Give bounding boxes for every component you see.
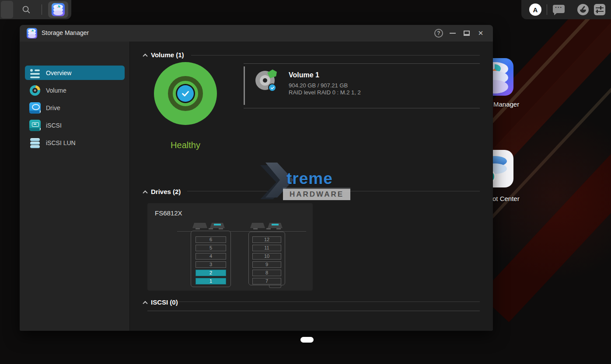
xtreme-hardware-watermark: treme HARDWARE	[260, 163, 353, 201]
drive-icon	[29, 102, 41, 114]
volume-capacity: 904.20 GB / 907.21 GB	[289, 82, 348, 89]
maximize-button[interactable]	[461, 28, 472, 39]
sidebar-item-overview[interactable]: Overview	[25, 66, 125, 80]
desktop: Manager ot Center A	[0, 0, 611, 364]
watermark-subtext: HARDWARE	[283, 189, 350, 200]
taskbar-handle[interactable]	[1, 1, 13, 18]
volume-donut-icon	[29, 85, 41, 96]
collapse-chevron-icon	[143, 191, 147, 195]
drive-slot-3[interactable]: 3	[196, 261, 226, 268]
drive-slot-11[interactable]: 11	[252, 245, 281, 251]
drive-slot-4[interactable]: 4	[196, 253, 226, 260]
sidebar: Overview Volume Drive iSCSI iSCSI LUN	[20, 42, 130, 331]
taskbar-right-group: A	[521, 0, 611, 19]
close-button[interactable]: ✕	[475, 28, 486, 39]
volume-disk-icon	[255, 71, 275, 90]
section-title: Volume (1)	[151, 51, 184, 59]
minimize-button[interactable]	[447, 28, 458, 39]
storage-manager-app-icon	[27, 28, 37, 38]
chassis-top-icon	[250, 223, 283, 231]
section-divider	[178, 302, 480, 302]
drive-slot-2[interactable]: 2	[196, 270, 226, 276]
sidebar-item-label: Overview	[46, 69, 71, 76]
volume-name[interactable]: Volume 1	[289, 71, 319, 79]
collapse-chevron-icon	[143, 301, 147, 306]
sidebar-item-iscsi[interactable]: iSCSI	[25, 118, 125, 132]
drive-slot-10[interactable]: 10	[252, 253, 281, 260]
iscsi-icon	[29, 120, 41, 131]
desktop-icon-label[interactable]: ot Center	[492, 195, 520, 202]
sidebar-item-volume[interactable]: Volume	[25, 83, 125, 97]
sidebar-item-label: iSCSI LUN	[46, 139, 76, 146]
section-header-iscsi[interactable]: ISCSI (0)	[143, 298, 178, 306]
section-header-drives[interactable]: Drives (2)	[143, 188, 181, 195]
window-titlebar[interactable]: Storage Manager ? ✕	[20, 25, 493, 42]
volume-card-top-border	[244, 63, 480, 64]
taskbar-app-storage-manager[interactable]	[48, 1, 68, 18]
section-header-volume[interactable]: Volume (1)	[143, 51, 184, 59]
drive-tower-1: 6 5 4 3 2 1	[191, 231, 231, 287]
drive-slot-8[interactable]: 8	[252, 270, 281, 276]
search-icon	[21, 5, 31, 14]
sidebar-item-drive[interactable]: Drive	[25, 101, 125, 115]
iscsi-lun-icon	[29, 137, 41, 149]
help-icon: ?	[434, 29, 443, 38]
taskbar-divider	[547, 4, 547, 15]
drive-slot-12[interactable]: 12	[252, 236, 281, 243]
drives-enclosure-card: FS6812X 6 5 4 3 2 1 12	[147, 203, 313, 291]
taskbar-pill-indicator[interactable]	[300, 337, 314, 343]
collapse-chevron-icon	[143, 54, 147, 59]
section-divider	[191, 55, 480, 55]
section-title: Drives (2)	[151, 188, 181, 195]
preferences-icon[interactable]	[594, 4, 605, 15]
user-avatar[interactable]: A	[529, 3, 541, 16]
device-model: FS6812X	[155, 209, 182, 217]
lcd-indicator	[272, 224, 279, 225]
drive-slot-1[interactable]: 1	[196, 278, 226, 284]
healthy-check-icon	[177, 85, 194, 102]
taskbar-left-group	[0, 0, 71, 19]
sidebar-item-label: Drive	[46, 104, 60, 111]
health-status-text: Healthy	[154, 140, 217, 150]
overview-icon	[29, 67, 41, 79]
drive-slot-5[interactable]: 5	[196, 245, 226, 251]
drive-slot-9[interactable]: 9	[252, 261, 281, 268]
drive-slot-6[interactable]: 6	[196, 236, 226, 243]
sidebar-item-iscsi-lun[interactable]: iSCSI LUN	[25, 135, 125, 150]
sidebar-item-label: iSCSI	[46, 122, 62, 129]
lcd-indicator	[214, 224, 221, 225]
taskbar-divider	[42, 4, 42, 15]
storage-manager-window: Storage Manager ? ✕ Overview Volume	[20, 25, 493, 331]
volume-health-donut	[154, 62, 217, 125]
volume-card-accent-bar	[244, 66, 245, 105]
desktop-icon-label[interactable]: Manager	[493, 101, 519, 108]
section-divider	[147, 311, 480, 311]
watermark-text: treme	[286, 170, 333, 188]
drive-tower-2: 12 11 10 9 8 7	[248, 232, 285, 285]
drive-slot-7[interactable]: 7	[252, 278, 281, 284]
sidebar-item-label: Volume	[46, 87, 66, 94]
volume-raid-level: RAID level RAID 0 : M.2 1, 2	[289, 89, 361, 96]
watermark-divider	[283, 188, 350, 188]
notifications-chat-icon[interactable]	[553, 5, 565, 13]
activity-monitor-icon[interactable]	[577, 4, 589, 15]
chassis-top-icon	[192, 223, 225, 231]
minimize-icon	[450, 33, 456, 34]
maximize-icon	[464, 31, 470, 36]
check-badge-icon	[268, 83, 276, 92]
search-button[interactable]	[17, 3, 35, 17]
section-title: ISCSI (0)	[151, 298, 178, 306]
window-title: Storage Manager	[42, 29, 89, 36]
volume-card-bottom-border	[244, 108, 480, 108]
help-button[interactable]: ?	[433, 28, 444, 39]
storage-manager-app-icon	[52, 3, 65, 16]
